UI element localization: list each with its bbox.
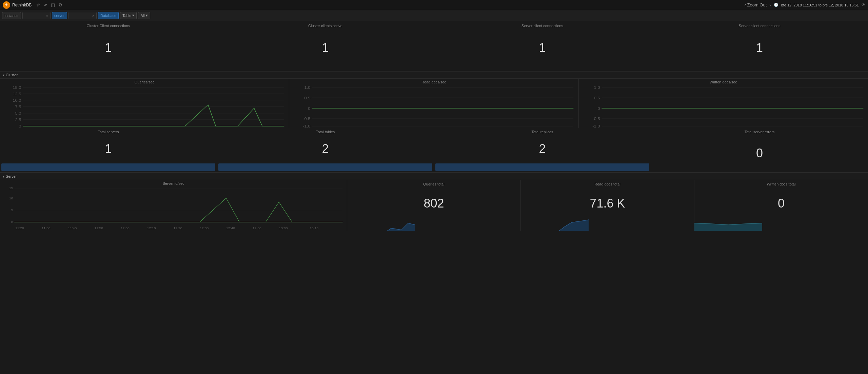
svg-text:13:00: 13:00 <box>279 226 288 230</box>
settings-icon[interactable]: ⚙ <box>58 2 62 7</box>
svg-text:11:50: 11:50 <box>94 226 103 230</box>
cluster-stat-bar-0 <box>1 163 215 171</box>
read-docs-total-value: 71.6 K <box>521 186 694 211</box>
read-docs-total-panel: Read docs total 71.6 K <box>521 180 694 231</box>
read-docs-total-bg-chart <box>521 216 589 231</box>
server-chevron-icon: ▾ <box>3 175 4 178</box>
svg-text:15.0: 15.0 <box>13 85 21 90</box>
queries-total-panel: Queries total 802 <box>347 180 521 231</box>
stat-value-0: 1 <box>105 41 112 55</box>
bookmark-icon[interactable]: ◫ <box>51 2 55 7</box>
written-docs-total-bg-chart <box>694 216 762 231</box>
svg-text:12.5: 12.5 <box>13 92 21 96</box>
written-docs-sec-svg: 1.0 0.5 0 -0.5 -1.0 11:20 11:30 11:40 11… <box>581 85 866 132</box>
svg-text:12:00: 12:00 <box>121 226 130 230</box>
cluster-chevron-icon: ▾ <box>3 73 4 77</box>
server-io-sec-chart: Server io/sec 15 10 5 0 11:20 11:30 11:4… <box>0 180 347 231</box>
stat-panel-3: Server client connections 1 <box>651 21 868 71</box>
app-logo[interactable] <box>3 1 10 9</box>
instance-value-input[interactable]: × <box>22 12 51 19</box>
stat-value-1: 1 <box>322 41 329 55</box>
stat-title-1: Cluster clients active <box>217 24 434 28</box>
server-input[interactable] <box>71 14 91 18</box>
svg-text:12:50: 12:50 <box>253 226 261 230</box>
cluster-stat-title-0: Total servers <box>0 128 217 134</box>
cluster-stat-value-3: 0 <box>651 134 868 172</box>
refresh-button[interactable]: ⟳ <box>862 2 865 7</box>
svg-text:0.5: 0.5 <box>594 96 600 100</box>
written-docs-total-value: 0 <box>694 186 868 211</box>
svg-text:15: 15 <box>9 186 13 190</box>
read-docs-total-title: Read docs total <box>521 180 694 186</box>
cluster-stat-title-3: Total server errors <box>651 128 868 134</box>
cluster-charts-row: Queries/sec 15.0 12.5 10.0 7.5 5.0 <box>0 79 868 128</box>
written-docs-sec-title: Written docs/sec <box>581 80 866 84</box>
cluster-stat-panel-2: Total replicas 2 <box>434 128 651 172</box>
cluster-stat-panel-0: Total servers 1 <box>0 128 217 172</box>
cluster-section-header[interactable]: ▾ Cluster <box>0 71 868 79</box>
database-button[interactable]: Database <box>98 12 119 19</box>
instance-input[interactable] <box>25 14 45 18</box>
queries-total-bg-chart <box>347 216 415 231</box>
top-bar-right: ‹ Zoom Out › 🕐 bfe 12, 2018 11:16:51 to … <box>745 2 865 7</box>
svg-text:11:30: 11:30 <box>42 226 51 230</box>
app-title: RethinkDB <box>12 3 32 7</box>
server-label: server <box>52 12 67 19</box>
cluster-section-label: Cluster <box>6 73 18 77</box>
server-value-input[interactable]: × <box>68 12 97 19</box>
server-io-sec-area: 15 10 5 0 11:20 11:30 11:40 11:50 12:00 … <box>2 186 345 231</box>
svg-text:7.5: 7.5 <box>15 105 21 109</box>
queries-sec-area: 15.0 12.5 10.0 7.5 5.0 2.5 0 11:20 11:30… <box>2 85 287 132</box>
svg-text:12:10: 12:10 <box>147 226 156 230</box>
queries-total-title: Queries total <box>347 180 520 186</box>
server-io-sec-title: Server io/sec <box>2 181 345 185</box>
svg-text:5: 5 <box>11 208 13 212</box>
server-io-sec-svg: 15 10 5 0 11:20 11:30 11:40 11:50 12:00 … <box>2 186 345 231</box>
all-dropdown[interactable]: All ▾ <box>138 12 150 19</box>
zoom-out-button[interactable]: ‹ Zoom Out <box>745 2 767 7</box>
cluster-stat-panel-1: Total tables 2 <box>217 128 434 172</box>
star-icon[interactable]: ☆ <box>36 2 40 7</box>
svg-text:-0.5: -0.5 <box>303 117 311 121</box>
svg-marker-95 <box>347 223 415 231</box>
svg-text:10: 10 <box>9 196 13 200</box>
svg-text:0.5: 0.5 <box>304 96 311 100</box>
read-docs-sec-svg: 1.0 0.5 0 -0.5 -1.0 11:20 11:30 11:40 11… <box>291 85 576 132</box>
svg-text:12:20: 12:20 <box>174 226 182 230</box>
queries-sec-svg: 15.0 12.5 10.0 7.5 5.0 2.5 0 11:20 11:30… <box>2 85 287 132</box>
svg-text:2.5: 2.5 <box>15 118 21 122</box>
cluster-stats-row: Total servers 1 Total tables 2 Total rep… <box>0 128 868 173</box>
cluster-stat-panel-3: Total server errors 0 <box>651 128 868 172</box>
time-range: bfe 12, 2018 11:16:51 to bfe 12, 2018 13… <box>781 3 859 7</box>
written-docs-total-title: Written docs total <box>694 180 868 186</box>
queries-sec-title: Queries/sec <box>2 80 287 84</box>
written-docs-total-panel: Written docs total 0 <box>694 180 868 231</box>
cluster-stat-title-1: Total tables <box>217 128 434 134</box>
nav-forward-button[interactable]: › <box>769 2 771 7</box>
queries-total-value: 802 <box>347 186 520 211</box>
share-icon[interactable]: ⇗ <box>44 2 47 7</box>
cluster-stat-bar-2 <box>435 163 649 171</box>
cluster-stat-value-2: 2 <box>434 134 651 163</box>
svg-text:12:30: 12:30 <box>200 226 209 230</box>
svg-text:0: 0 <box>597 106 600 111</box>
svg-marker-97 <box>694 223 762 231</box>
server-row: Server io/sec 15 10 5 0 11:20 11:30 11:4… <box>0 180 868 231</box>
svg-text:-0.5: -0.5 <box>592 117 600 121</box>
svg-text:10.0: 10.0 <box>13 98 21 103</box>
stat-value-3: 1 <box>756 41 763 55</box>
stat-title-2: Server client connections <box>434 24 651 28</box>
stat-panel-2: Server client connections 1 <box>434 21 651 71</box>
table-dropdown[interactable]: Table ▾ <box>120 12 137 19</box>
server-section-header[interactable]: ▾ Server <box>0 173 868 180</box>
read-docs-sec-area: 1.0 0.5 0 -0.5 -1.0 11:20 11:30 11:40 11… <box>291 85 576 132</box>
svg-text:5.0: 5.0 <box>15 111 21 116</box>
svg-text:13:10: 13:10 <box>310 226 318 230</box>
svg-text:11:40: 11:40 <box>68 226 77 230</box>
svg-text:1.0: 1.0 <box>304 85 311 90</box>
stat-panel-0: Cluster Client connections 1 <box>0 21 217 71</box>
stat-panel-1: Cluster clients active 1 <box>217 21 434 71</box>
stat-title-0: Cluster Client connections <box>0 24 217 28</box>
svg-text:1.0: 1.0 <box>594 85 600 90</box>
cluster-stat-bar-1 <box>218 163 432 171</box>
